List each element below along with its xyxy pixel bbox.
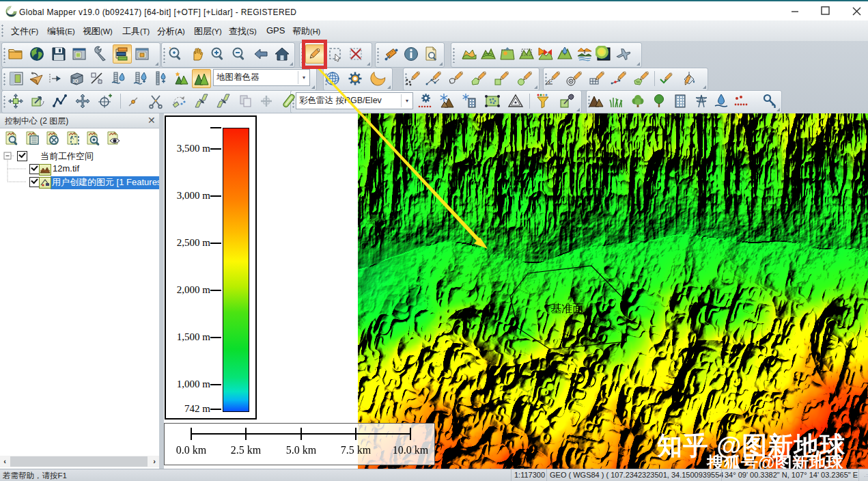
svg-text:x°: x° bbox=[548, 80, 552, 84]
svg-text:基准面: 基准面 bbox=[550, 303, 583, 314]
svg-text:3D: 3D bbox=[72, 79, 79, 83]
